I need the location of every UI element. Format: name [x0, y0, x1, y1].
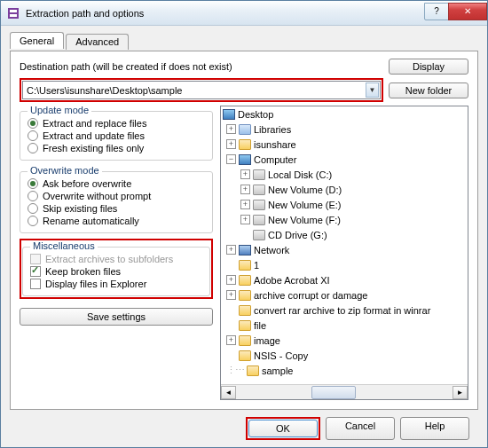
- radio-overwrite-noprompt[interactable]: Overwrite without prompt: [28, 190, 205, 202]
- radio-rename-auto[interactable]: Rename automatically: [28, 215, 205, 227]
- radio-ask-before[interactable]: Ask before overwrite: [28, 177, 205, 190]
- update-mode-group: Update mode Extract and replace files Ex…: [20, 111, 213, 161]
- tab-strip: General Advanced: [10, 31, 478, 51]
- tree-horizontal-scrollbar[interactable]: ◄ ►: [221, 384, 468, 399]
- tree-node-desktop[interactable]: Desktop: [221, 106, 468, 122]
- check-display-explorer[interactable]: Display files in Explorer: [30, 278, 202, 290]
- tree-node-sample[interactable]: ⋮⋯sample: [221, 363, 468, 378]
- titlebar[interactable]: Extraction path and options ? ✕: [1, 1, 487, 26]
- dialog-window: Extraction path and options ? ✕ General …: [0, 0, 488, 448]
- highlight-destination: ▼: [20, 78, 383, 102]
- tree-node-acrobat[interactable]: +Adobe Acrobat XI: [221, 272, 468, 287]
- misc-group: Miscellaneous Extract archives to subfol…: [22, 247, 210, 296]
- help-window-button[interactable]: ?: [424, 3, 449, 20]
- tab-general[interactable]: General: [10, 32, 64, 49]
- scroll-thumb[interactable]: [311, 386, 356, 399]
- misc-legend: Miscellaneous: [30, 240, 98, 251]
- check-keep-broken[interactable]: Keep broken files: [30, 265, 202, 278]
- tree-node-1[interactable]: 1: [221, 257, 468, 272]
- close-window-button[interactable]: ✕: [448, 3, 487, 20]
- svg-rect-1: [10, 10, 17, 12]
- tree-node-cd-g[interactable]: CD Drive (G:): [221, 227, 468, 242]
- destination-label: Destination path (will be created if doe…: [20, 61, 383, 72]
- chevron-down-icon[interactable]: ▼: [366, 83, 379, 98]
- tree-node-nsis[interactable]: NSIS - Copy: [221, 348, 468, 363]
- tab-advanced[interactable]: Advanced: [66, 34, 129, 50]
- window-title: Extraction path and options: [26, 8, 425, 19]
- tree-node-convert[interactable]: convert rar archive to zip format in win…: [221, 303, 468, 318]
- tree-node-local-c[interactable]: +Local Disk (C:): [221, 167, 468, 182]
- display-button[interactable]: Display: [389, 59, 468, 75]
- check-extract-subfolders: Extract archives to subfolders: [30, 253, 202, 265]
- update-mode-legend: Update mode: [28, 105, 91, 115]
- tree-node-vol-e[interactable]: +New Volume (E:): [221, 197, 468, 212]
- app-icon: [6, 6, 20, 20]
- overwrite-mode-legend: Overwrite mode: [28, 165, 102, 176]
- radio-extract-replace[interactable]: Extract and replace files: [28, 117, 205, 130]
- overwrite-mode-group: Overwrite mode Ask before overwrite Over…: [20, 171, 213, 233]
- radio-skip-existing[interactable]: Skip existing files: [28, 202, 205, 215]
- new-folder-button[interactable]: New folder: [389, 83, 468, 98]
- tree-node-vol-d[interactable]: +New Volume (D:): [221, 182, 468, 197]
- tree-node-corrupt[interactable]: +archive corrupt or damage: [221, 287, 468, 303]
- tree-node-image[interactable]: +image: [221, 333, 468, 348]
- tree-node-isunshare[interactable]: +isunshare: [221, 137, 468, 152]
- tree-node-file[interactable]: file: [221, 318, 468, 333]
- radio-fresh-only[interactable]: Fresh existing files only: [28, 142, 205, 154]
- dialog-button-row: OK Cancel Help: [10, 410, 478, 440]
- tree-node-libraries[interactable]: +Libraries: [221, 122, 468, 137]
- save-settings-button[interactable]: Save settings: [20, 308, 213, 326]
- help-button[interactable]: Help: [400, 417, 469, 440]
- destination-path-input[interactable]: [22, 81, 381, 99]
- svg-rect-2: [10, 14, 17, 17]
- folder-tree[interactable]: Desktop +Libraries +isunshare −Computer …: [220, 106, 468, 400]
- ok-button[interactable]: OK: [248, 420, 318, 437]
- tree-node-network[interactable]: +Network: [221, 242, 468, 257]
- svg-rect-0: [8, 8, 19, 19]
- scroll-left-icon[interactable]: ◄: [221, 386, 236, 399]
- highlight-misc: Miscellaneous Extract archives to subfol…: [20, 239, 213, 299]
- tab-panel-general: Destination path (will be created if doe…: [10, 51, 478, 410]
- tree-node-computer[interactable]: −Computer: [221, 152, 468, 167]
- radio-extract-update[interactable]: Extract and update files: [28, 130, 205, 142]
- cancel-button[interactable]: Cancel: [326, 417, 395, 440]
- scroll-right-icon[interactable]: ►: [453, 386, 468, 399]
- tree-node-vol-f[interactable]: +New Volume (F:): [221, 212, 468, 227]
- highlight-ok: OK: [246, 417, 320, 440]
